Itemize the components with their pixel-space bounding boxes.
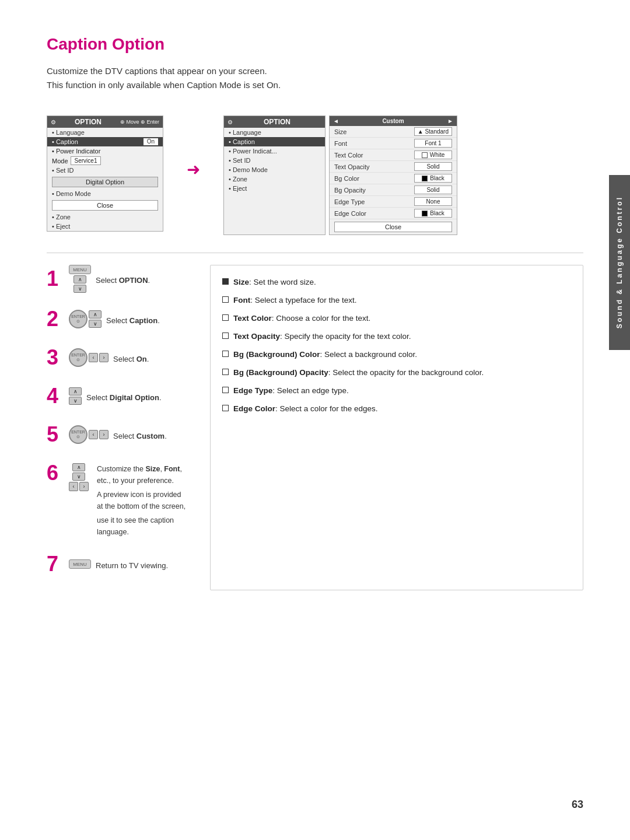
- step-6: 6 ∧ ∨ ‹ › Customize the Size, Font, etc.…: [47, 461, 187, 538]
- descriptions-box: Size: Set the word size. Font: Select a …: [210, 265, 583, 590]
- desc-bg-color: Bg (Background) Color: Select a backgrou…: [222, 348, 571, 362]
- sidebar-label: Sound & Language Control: [609, 175, 630, 350]
- option-size: Size ▲ Standard: [330, 126, 457, 138]
- diagrams-row: ⚙ OPTION ⊕ Move ⊕ Enter • Language • Cap…: [47, 116, 583, 235]
- close-btn-left: Close: [52, 200, 158, 211]
- desc-size: Size: Set the word size.: [222, 276, 571, 289]
- step-7: 7 MENU Return to TV viewing.: [47, 552, 187, 576]
- option-edge-type: Edge Type None: [330, 196, 457, 208]
- desc-font: Font: Select a typeface for the text.: [222, 294, 571, 307]
- left-menu-power: • Power Indicator: [47, 146, 163, 156]
- right-menu-box: ⚙ OPTION • Language • Caption • Power In…: [223, 116, 326, 235]
- step-4-text: Select Digital Option.: [86, 389, 162, 404]
- page-subtitle: Customize the DTV captions that appear o…: [47, 64, 583, 92]
- bg-color-swatch: [422, 176, 428, 181]
- option-font: Font Font 1: [330, 138, 457, 149]
- edge-color-swatch: [422, 211, 428, 216]
- option-bg-opacity: Bg Opacity Solid: [330, 184, 457, 196]
- option-text-color: Text Color White: [330, 149, 457, 161]
- nav-left: ◄: [333, 118, 339, 124]
- step-2-text: Select Caption.: [106, 312, 160, 327]
- step-3-text: Select On.: [113, 351, 149, 365]
- desc-bg-opacity: Bg (Background) Opacity: Select the opac…: [222, 366, 571, 380]
- close-btn-custom: Close: [334, 222, 452, 232]
- nav-right: ►: [447, 118, 453, 124]
- step-1: 1 MENU ∧ ∨ Select OPTION.: [47, 265, 187, 293]
- right-menu-header: ⚙ OPTION: [224, 116, 325, 128]
- right-diagram-area: ⚙ OPTION • Language • Caption • Power In…: [223, 116, 457, 235]
- left-menu-box: ⚙ OPTION ⊕ Move ⊕ Enter • Language • Cap…: [47, 116, 163, 232]
- custom-label: Custom: [382, 118, 404, 124]
- page-number: 63: [572, 799, 583, 811]
- desc-text-color: Text Color: Choose a color for the text.: [222, 312, 571, 326]
- divider: [47, 253, 583, 253]
- step-5: 5 ENTER ⊙ ‹ › Select Custom.: [47, 422, 187, 447]
- steps-left: 1 MENU ∧ ∨ Select OPTION. 2 ENTER ⊙: [47, 265, 187, 590]
- step-7-text: Return to TV viewing.: [96, 557, 168, 572]
- custom-header: ◄ Custom ►: [330, 116, 457, 126]
- option-edge-color: Edge Color Black: [330, 208, 457, 219]
- digital-option-btn: Digital Option: [52, 177, 158, 187]
- text-color-swatch: [422, 152, 428, 158]
- desc-edge-type: Edge Type: Select an edge type.: [222, 384, 571, 398]
- option-text-opacity: Text Opacity Solid: [330, 161, 457, 173]
- steps-section: 1 MENU ∧ ∨ Select OPTION. 2 ENTER ⊙: [47, 265, 583, 590]
- custom-panel: ◄ Custom ► Size ▲ Standard Font Font 1 T…: [329, 116, 457, 235]
- step-2: 2 ENTER ⊙ ∧ ∨ Select Caption.: [47, 307, 187, 331]
- left-menu-title: OPTION: [75, 118, 102, 126]
- left-menu-language: • Language: [47, 128, 163, 137]
- right-menu-title: OPTION: [264, 118, 290, 126]
- page-title: Caption Option: [47, 35, 583, 54]
- left-menu-caption: • Caption On: [47, 137, 163, 146]
- step-1-text: Select OPTION.: [96, 272, 150, 286]
- desc-text-opacity: Text Opacity: Specify the opacity for th…: [222, 330, 571, 344]
- arrow-right: ➜: [187, 160, 200, 179]
- step-5-text: Select Custom.: [113, 428, 167, 442]
- step-4: 4 ∧ ∨ Select Digital Option.: [47, 384, 187, 408]
- desc-edge-color: Edge Color: Select a color for the edges…: [222, 402, 571, 416]
- left-menu-header: ⚙ OPTION ⊕ Move ⊕ Enter: [47, 116, 163, 128]
- option-bg-color: Bg Color Black: [330, 173, 457, 184]
- caption-on-value: On: [144, 138, 158, 145]
- step-3: 3 ENTER ⊙ ‹ › Select On.: [47, 345, 187, 370]
